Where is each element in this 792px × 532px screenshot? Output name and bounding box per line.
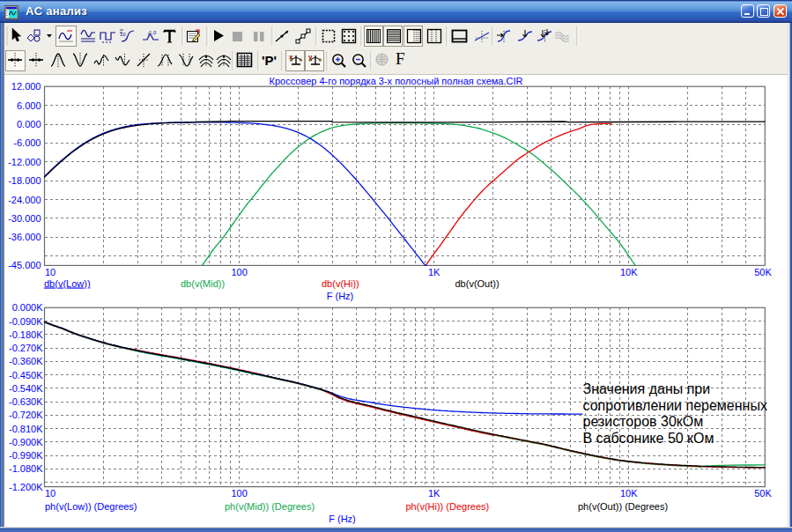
svg-text:db(v(Out)): db(v(Out)) <box>455 278 500 289</box>
svg-text:-0.090K: -0.090K <box>9 316 43 327</box>
svg-text:-0.900K: -0.900K <box>9 437 43 447</box>
svg-text:-45.000: -45.000 <box>8 260 41 270</box>
svg-text:F: F <box>396 49 405 68</box>
svg-text:-0.360K: -0.360K <box>9 356 43 366</box>
svg-text:10: 10 <box>45 488 56 499</box>
svg-text:ph(v(Low)) (Degrees): ph(v(Low)) (Degrees) <box>45 501 137 512</box>
svg-text:100: 100 <box>231 488 247 499</box>
svg-text:1K: 1K <box>428 488 440 499</box>
svg-text:50K: 50K <box>754 267 772 277</box>
svg-text:10K: 10K <box>620 488 638 499</box>
svg-text:50K: 50K <box>754 488 772 499</box>
svg-text:ph(v(Out)) (Degrees): ph(v(Out)) (Degrees) <box>578 501 668 512</box>
svg-text:-18.000: -18.000 <box>8 175 41 186</box>
svg-text:-0.810K: -0.810K <box>9 424 43 434</box>
svg-text:0.000: 0.000 <box>17 119 41 129</box>
svg-text:'P': 'P' <box>262 53 277 68</box>
svg-text:db(v(Hi)): db(v(Hi)) <box>322 278 359 289</box>
svg-text:db(v(Mid)): db(v(Mid)) <box>181 278 225 289</box>
svg-text:-0.540K: -0.540K <box>9 383 43 394</box>
svg-text:0.000K: 0.000K <box>12 302 44 313</box>
svg-text:-6.000: -6.000 <box>13 137 41 148</box>
svg-text:-0.450K: -0.450K <box>9 370 43 381</box>
svg-text:12.000: 12.000 <box>11 81 41 92</box>
svg-text:F (Hz): F (Hz) <box>327 291 354 301</box>
svg-text:-0.990K: -0.990K <box>9 450 43 461</box>
svg-text:-1.080K: -1.080K <box>9 463 43 474</box>
svg-text:В сабсонике 50 кОм: В сабсонике 50 кОм <box>583 431 714 446</box>
svg-text:-24.000: -24.000 <box>8 195 41 205</box>
svg-text:-1.200K: -1.200K <box>9 482 43 492</box>
svg-text:Кроссовер 4-го порядка 3-х пол: Кроссовер 4-го порядка 3-х полосный полн… <box>270 76 523 86</box>
svg-text:-12.000: -12.000 <box>8 157 41 167</box>
svg-text:1K: 1K <box>428 267 440 277</box>
svg-text:-30.000: -30.000 <box>8 213 41 224</box>
svg-text:F (Hz): F (Hz) <box>329 514 356 524</box>
svg-text:db(v(Low)): db(v(Low)) <box>44 278 91 289</box>
svg-text:10K: 10K <box>620 267 638 277</box>
svg-text:-0.270K: -0.270K <box>9 343 43 353</box>
svg-text:-0.630K: -0.630K <box>9 396 43 407</box>
svg-text:10: 10 <box>45 267 56 277</box>
svg-text:-36.000: -36.000 <box>8 232 41 242</box>
svg-text:Значения даны при: Значения даны при <box>583 381 711 396</box>
svg-text:резисторов 30кОм: резисторов 30кОм <box>583 414 704 429</box>
svg-text:6.000: 6.000 <box>17 100 41 111</box>
svg-text:-0.180K: -0.180K <box>9 329 43 340</box>
svg-text:-0.720K: -0.720K <box>9 410 43 420</box>
svg-text:сопротивлении переменных: сопротивлении переменных <box>583 398 767 413</box>
svg-text:ph(v(Mid)) (Degrees): ph(v(Mid)) (Degrees) <box>225 501 315 512</box>
svg-text:100: 100 <box>231 267 247 277</box>
svg-text:ph(v(Hi)) (Degrees): ph(v(Hi)) (Degrees) <box>406 501 490 512</box>
